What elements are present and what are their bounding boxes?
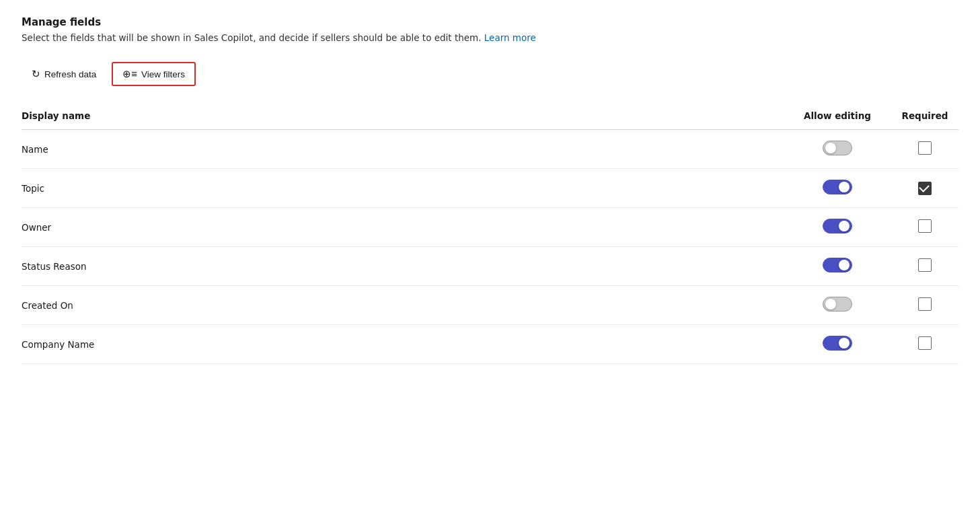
toggle-switch[interactable] (823, 258, 852, 272)
field-display-name: Status Reason (22, 247, 784, 286)
field-display-name: Owner (22, 208, 784, 247)
allow-editing-cell (784, 286, 891, 325)
required-cell (891, 325, 958, 364)
field-display-name: Created On (22, 286, 784, 325)
toggle-switch[interactable] (823, 219, 852, 233)
field-display-name: Topic (22, 169, 784, 208)
learn-more-link[interactable]: Learn more (484, 32, 536, 43)
required-checkbox[interactable] (918, 336, 932, 350)
col-required-header: Required (891, 105, 958, 130)
field-display-name: Company Name (22, 325, 784, 364)
fields-table: Display name Allow editing Required Name… (22, 105, 958, 364)
page-subtitle: Select the fields that will be shown in … (22, 32, 958, 43)
filter-label: View filters (141, 69, 185, 79)
col-allow-editing-header: Allow editing (784, 105, 891, 130)
table-row: Created On (22, 286, 958, 325)
toggle-switch[interactable] (823, 141, 852, 155)
required-checkbox[interactable] (918, 297, 932, 311)
allow-editing-cell (784, 208, 891, 247)
required-cell (891, 208, 958, 247)
table-row: Owner (22, 208, 958, 247)
table-row: Status Reason (22, 247, 958, 286)
required-checkbox[interactable] (918, 182, 932, 195)
col-display-name-header: Display name (22, 105, 784, 130)
required-checkbox[interactable] (918, 141, 932, 155)
table-row: Company Name (22, 325, 958, 364)
refresh-label: Refresh data (44, 69, 96, 79)
page-title: Manage fields (22, 16, 958, 28)
required-checkbox[interactable] (918, 219, 932, 233)
field-display-name: Name (22, 130, 784, 169)
allow-editing-cell (784, 325, 891, 364)
required-cell (891, 247, 958, 286)
table-row: Name (22, 130, 958, 169)
toggle-switch[interactable] (823, 336, 852, 351)
allow-editing-cell (784, 130, 891, 169)
table-row: Topic (22, 169, 958, 208)
required-cell (891, 169, 958, 208)
view-filters-button[interactable]: ⊕≡ View filters (112, 62, 196, 86)
required-checkbox[interactable] (918, 258, 932, 272)
toolbar: ↻ Refresh data ⊕≡ View filters (22, 62, 958, 86)
required-cell (891, 130, 958, 169)
allow-editing-cell (784, 169, 891, 208)
refresh-data-button[interactable]: ↻ Refresh data (22, 63, 106, 85)
required-cell (891, 286, 958, 325)
refresh-icon: ↻ (32, 68, 40, 80)
toggle-switch[interactable] (823, 297, 852, 312)
toggle-switch[interactable] (823, 180, 852, 194)
filter-icon: ⊕≡ (122, 68, 137, 80)
allow-editing-cell (784, 247, 891, 286)
